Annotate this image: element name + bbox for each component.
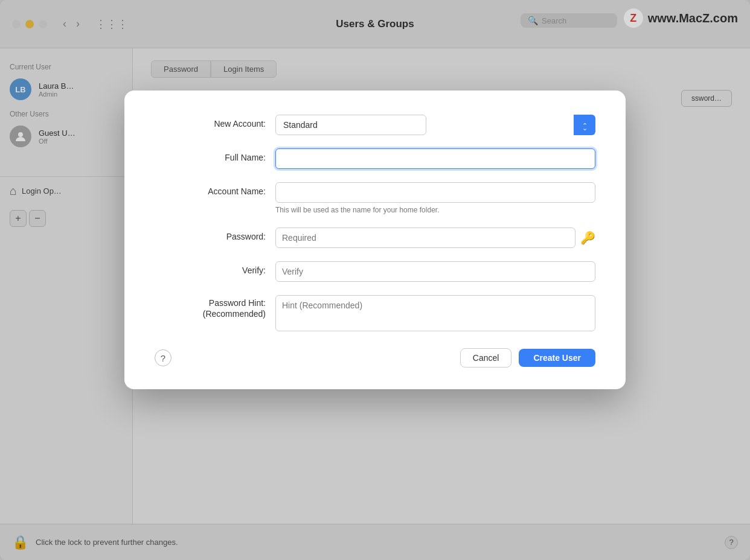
account-type-select-wrapper: Standard Administrator Managed with Pare… bbox=[275, 115, 595, 135]
password-hint-label-line1: Password Hint: bbox=[155, 298, 266, 308]
verify-input[interactable] bbox=[275, 261, 595, 282]
password-row: Password: 🔑 bbox=[155, 228, 595, 248]
select-arrow-icon bbox=[574, 115, 595, 135]
new-account-row: New Account: Standard Administrator Mana… bbox=[155, 115, 595, 135]
create-user-modal: New Account: Standard Administrator Mana… bbox=[124, 91, 626, 389]
account-name-label: Account Name: bbox=[155, 182, 275, 196]
full-name-field-group bbox=[275, 148, 595, 169]
cancel-button[interactable]: Cancel bbox=[460, 348, 512, 368]
password-hint-field-group bbox=[275, 295, 595, 331]
full-name-row: Full Name: bbox=[155, 148, 595, 169]
create-user-button[interactable]: Create User bbox=[519, 349, 595, 367]
new-account-field-group: Standard Administrator Managed with Pare… bbox=[275, 115, 595, 135]
modal-footer: ? Cancel Create User bbox=[155, 348, 595, 368]
modal-help-button[interactable]: ? bbox=[155, 349, 171, 366]
account-name-hint: This will be used as the name for your h… bbox=[275, 206, 595, 214]
full-name-input[interactable] bbox=[275, 148, 595, 169]
account-name-field-group: This will be used as the name for your h… bbox=[275, 182, 595, 214]
account-name-row: Account Name: This will be used as the n… bbox=[155, 182, 595, 214]
full-name-label: Full Name: bbox=[155, 148, 275, 162]
password-label: Password: bbox=[155, 228, 275, 241]
account-type-select[interactable]: Standard Administrator Managed with Pare… bbox=[275, 115, 426, 135]
password-hint-row: Password Hint: (Recommended) bbox=[155, 295, 595, 331]
verify-label: Verify: bbox=[155, 261, 275, 275]
verify-field-group bbox=[275, 261, 595, 282]
password-hint-input[interactable] bbox=[275, 295, 595, 331]
password-hint-label: Password Hint: (Recommended) bbox=[155, 295, 275, 319]
key-icon[interactable]: 🔑 bbox=[580, 231, 595, 245]
password-field-group: 🔑 bbox=[275, 228, 595, 248]
account-name-input[interactable] bbox=[275, 182, 595, 203]
password-hint-label-line2: (Recommended) bbox=[155, 308, 266, 319]
password-field-wrapper: 🔑 bbox=[275, 228, 595, 248]
verify-row: Verify: bbox=[155, 261, 595, 282]
new-account-label: New Account: bbox=[155, 115, 275, 129]
password-input[interactable] bbox=[275, 228, 575, 248]
